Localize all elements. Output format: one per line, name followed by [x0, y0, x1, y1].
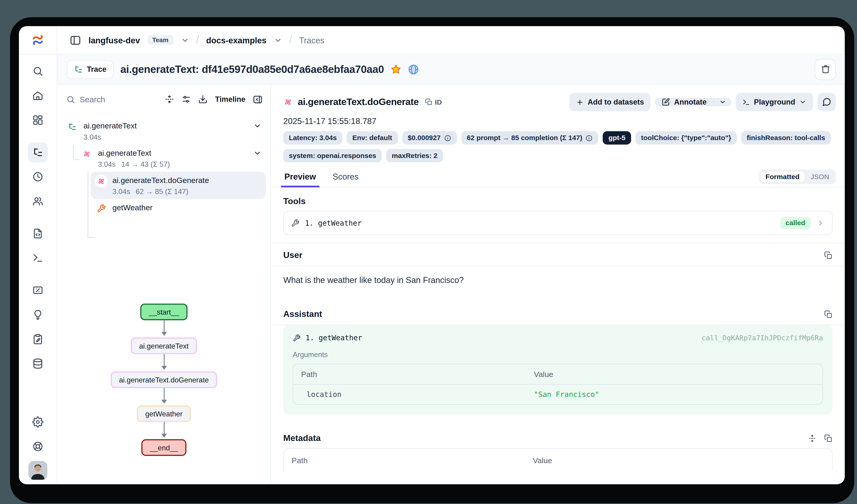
metadata-heading: Metadata — [283, 433, 321, 443]
graph-node-start[interactable]: __start__ — [140, 303, 187, 320]
graph-node-generatetext[interactable]: ai.generateText — [131, 337, 197, 354]
globe-icon[interactable] — [408, 64, 419, 75]
panel-collapse-icon[interactable] — [253, 94, 263, 104]
graph-arrow — [161, 320, 167, 337]
graph-node-end[interactable]: __end__ — [141, 439, 186, 456]
model-badge[interactable]: gpt-5 — [603, 131, 631, 144]
langfuse-app-window: langfuse-dev Team / docs-examples / Trac… — [19, 26, 845, 484]
trace-tree-icon — [32, 147, 44, 158]
format-formatted[interactable]: Formatted — [760, 171, 805, 183]
sidebar-item-datasets[interactable] — [28, 353, 48, 373]
tab-preview[interactable]: Preview — [283, 172, 317, 187]
tree-search[interactable] — [66, 95, 158, 104]
copy-icon[interactable] — [824, 434, 833, 442]
langfuse-logo[interactable] — [19, 26, 57, 54]
graph-node-dogenerate[interactable]: ai.generateText.doGenerate — [111, 371, 217, 388]
breadcrumb-org[interactable]: langfuse-dev — [89, 35, 140, 45]
tree-search-input[interactable] — [80, 95, 130, 104]
settings-sliders-icon[interactable] — [182, 94, 191, 104]
comment-bubble-icon — [822, 97, 831, 107]
playground-button[interactable]: Playground — [736, 93, 813, 111]
fold-vertical-icon[interactable] — [165, 94, 174, 104]
sidebar-item-insights[interactable] — [28, 305, 48, 325]
star-icon[interactable] — [391, 64, 401, 74]
column-header-path: Path — [284, 449, 525, 470]
sidebar-toggle-icon[interactable] — [69, 34, 81, 46]
sidebar-item-playground[interactable] — [28, 248, 48, 268]
playground-label: Playground — [754, 98, 795, 106]
annotate-dropdown-button[interactable] — [714, 98, 731, 106]
tree-row-span[interactable]: ai.generateText 3.04s14 → 43 (Σ 57) — [76, 144, 266, 172]
tree-row-tool[interactable]: getWeather — [91, 199, 266, 218]
sidebar-item-dashboards[interactable] — [28, 110, 48, 130]
tree-node-duration: 3.04s — [84, 133, 101, 141]
clock-icon — [32, 171, 44, 182]
download-icon[interactable] — [198, 94, 208, 104]
sidebar-item-search[interactable] — [28, 61, 48, 81]
latency-badge: Latency: 3.04s — [283, 131, 342, 144]
chevron-down-icon[interactable] — [253, 121, 262, 130]
copy-icon[interactable] — [824, 251, 833, 259]
argument-value: "San Francisco" — [526, 385, 607, 404]
tree-node-label: ai.generateText — [84, 121, 137, 131]
top-navbar: langfuse-dev Team / docs-examples / Trac… — [19, 26, 845, 55]
sidebar-item-support[interactable] — [28, 436, 48, 456]
format-json[interactable]: JSON — [805, 171, 835, 183]
org-chevron-down-icon[interactable] — [181, 36, 189, 44]
finishreason-badge: finishReason: tool-calls — [741, 131, 830, 144]
sidebar-rail — [19, 55, 57, 484]
sidebar-item-settings[interactable] — [28, 412, 48, 432]
observation-badges: Latency: 3.04s Env: default $0.000927 62… — [271, 126, 845, 162]
user-avatar[interactable] — [29, 460, 47, 480]
search-icon — [32, 66, 44, 76]
chevron-down-icon[interactable] — [253, 148, 262, 157]
copy-id-button[interactable]: ID — [425, 98, 442, 106]
trace-tree-list: ai.generateText 3.04s ai.generateText 3.… — [57, 114, 271, 218]
tree-row-root[interactable]: ai.generateText 3.04s — [62, 117, 266, 145]
trace-chip-label: Trace — [87, 65, 106, 73]
annotate-split-button: Annotate — [655, 98, 731, 106]
annotate-button[interactable]: Annotate — [655, 98, 713, 106]
sidebar-item-home[interactable] — [28, 86, 48, 105]
org-plan-badge: Team — [147, 35, 173, 45]
chevron-right-icon[interactable] — [817, 219, 825, 227]
breadcrumb-page[interactable]: Traces — [299, 35, 324, 45]
sidebar-item-prompts[interactable] — [28, 224, 48, 244]
sidebar-item-evaluators[interactable] — [28, 280, 48, 300]
annotate-label: Annotate — [674, 98, 707, 106]
tree-node-duration: 3.04s — [113, 187, 130, 195]
tree-node-duration: 3.04s — [98, 160, 116, 168]
column-header-path: Path — [293, 364, 526, 384]
sidebar-item-users[interactable] — [28, 191, 48, 211]
add-to-datasets-button[interactable]: Add to datasets — [569, 93, 651, 111]
lifebuoy-icon — [32, 441, 44, 452]
copy-icon[interactable] — [824, 310, 833, 318]
tree-row-generation-selected[interactable]: ai.generateText.doGenerate 3.04s62 → 85 … — [91, 172, 266, 199]
info-icon — [444, 134, 451, 142]
tokens-badge[interactable]: 62 prompt → 85 completion (Σ 147) — [461, 131, 599, 144]
detail-scroll-area[interactable]: Tools 1. getWeather called User — [271, 187, 845, 484]
tab-scores[interactable]: Scores — [332, 172, 360, 187]
sidebar-item-traces[interactable] — [28, 142, 48, 162]
timeline-toggle[interactable]: Timeline — [215, 95, 245, 103]
terminal-icon — [742, 98, 750, 106]
breadcrumb-project[interactable]: docs-examples — [206, 35, 267, 45]
project-chevron-down-icon[interactable] — [274, 36, 282, 44]
expand-vertical-icon[interactable] — [808, 434, 817, 442]
graph-arrow — [161, 388, 167, 405]
pinwheel-icon — [81, 148, 93, 160]
observation-timestamp: 2025-11-17 15:55:18.787 — [271, 111, 845, 126]
tree-node-tokens: 14 → 43 (Σ 57) — [121, 160, 170, 168]
chevron-down-icon — [719, 98, 726, 106]
delete-trace-button[interactable] — [815, 59, 836, 80]
trace-tree-panel: Timeline ai.generateText — [57, 85, 271, 484]
assistant-heading: Assistant — [283, 309, 322, 319]
sidebar-item-sessions[interactable] — [28, 167, 48, 187]
graph-node-getweather[interactable]: getWeather — [137, 405, 191, 422]
comments-button[interactable] — [818, 93, 836, 111]
tool-definition-row[interactable]: 1. getWeather called — [283, 211, 833, 235]
sidebar-item-annotation[interactable] — [28, 329, 48, 349]
cost-badge[interactable]: $0.000927 — [402, 131, 457, 144]
system-badge: system: openai.responses — [283, 149, 382, 162]
tree-node-tokens: 62 → 85 (Σ 147) — [136, 187, 188, 195]
